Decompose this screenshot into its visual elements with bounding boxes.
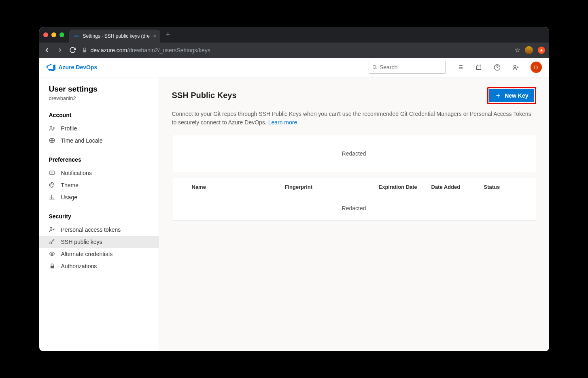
sidebar-item-label: Alternate credentials — [61, 251, 113, 257]
azure-favicon-icon — [73, 33, 80, 39]
sidebar-item-label: Notifications — [61, 170, 92, 176]
azure-header: Azure DevOps D — [39, 58, 549, 77]
azure-devops-icon — [47, 63, 55, 72]
lock-icon — [82, 47, 87, 53]
help-icon[interactable] — [493, 63, 501, 71]
sidebar-username: drewbanin2 — [39, 95, 159, 109]
sidebar-item-pat[interactable]: Personal access tokens — [39, 224, 159, 236]
bookmark-star-icon[interactable]: ☆ — [514, 46, 520, 54]
sidebar-item-label: Authorizations — [61, 263, 97, 269]
browser-tab-strip: Settings · SSH public keys (dre × + — [39, 27, 549, 43]
close-window-button[interactable] — [43, 32, 48, 37]
sidebar-section-security: Security — [39, 210, 159, 224]
main-content: SSH Public Keys New Key Connect to your … — [159, 77, 549, 351]
reload-button[interactable] — [69, 47, 76, 53]
sidebar-item-profile[interactable]: Profile — [39, 122, 159, 135]
svg-point-3 — [50, 126, 52, 128]
keys-table-card: Name Fingerprint Expiration Date Date Ad… — [172, 178, 536, 221]
plus-icon — [495, 92, 501, 99]
globe-icon — [49, 137, 55, 144]
key-icon — [49, 239, 55, 245]
user-avatar[interactable]: D — [531, 62, 542, 73]
svg-point-0 — [373, 65, 376, 68]
sidebar-item-ssh-keys[interactable]: SSH public keys — [39, 236, 159, 248]
sidebar-item-label: Profile — [61, 125, 77, 132]
new-key-label: New Key — [505, 92, 528, 99]
lock-small-icon — [49, 263, 55, 269]
back-button[interactable] — [43, 47, 51, 54]
sidebar-item-time-locale[interactable]: Time and Locale — [39, 135, 159, 147]
col-name: Name — [192, 184, 285, 190]
sidebar: User settings drewbanin2 Account Profile… — [39, 77, 159, 351]
page-body: User settings drewbanin2 Account Profile… — [39, 77, 549, 351]
svg-point-10 — [50, 242, 52, 244]
svg-point-8 — [53, 184, 53, 184]
maximize-window-button[interactable] — [59, 32, 64, 37]
search-input[interactable] — [380, 64, 442, 70]
svg-point-9 — [50, 227, 52, 229]
usage-icon — [49, 194, 55, 201]
col-status: Status — [484, 184, 516, 190]
browser-toolbar: dev.azure.com/drewbanin2/_usersSettings/… — [39, 43, 549, 58]
col-expiration: Expiration Date — [379, 184, 431, 190]
sidebar-item-notifications[interactable]: Notifications — [39, 167, 159, 179]
sidebar-item-label: SSH public keys — [61, 239, 102, 245]
profile-icon — [49, 125, 55, 132]
forward-button[interactable] — [56, 47, 64, 54]
sidebar-item-label: Time and Locale — [61, 137, 103, 144]
marketplace-icon[interactable] — [475, 63, 483, 71]
search-box[interactable] — [369, 61, 446, 74]
address-bar[interactable]: dev.azure.com/drewbanin2/_usersSettings/… — [82, 47, 509, 53]
sidebar-item-theme[interactable]: Theme — [39, 179, 159, 191]
new-tab-button[interactable]: + — [160, 30, 176, 39]
search-icon — [372, 64, 378, 70]
minimize-window-button[interactable] — [51, 32, 56, 37]
theme-icon — [49, 182, 55, 188]
window-controls — [43, 32, 64, 37]
description-text: Connect to your Git repos through SSH Pu… — [172, 111, 531, 126]
user-settings-icon[interactable] — [512, 63, 520, 71]
url-path: /drewbanin2/_usersSettings/keys — [127, 47, 210, 53]
svg-point-2 — [514, 65, 516, 67]
svg-point-7 — [51, 184, 52, 184]
page-description: Connect to your Git repos through SSH Pu… — [172, 110, 536, 127]
notifications-icon — [49, 170, 55, 176]
sidebar-section-account: Account — [39, 109, 159, 122]
table-redacted-row: Redacted — [172, 196, 536, 220]
sidebar-section-preferences: Preferences — [39, 153, 159, 167]
svg-point-6 — [51, 185, 51, 185]
azure-devops-logo[interactable]: Azure DevOps — [47, 63, 98, 72]
sidebar-item-label: Theme — [61, 182, 79, 188]
table-header-row: Name Fingerprint Expiration Date Date Ad… — [172, 178, 536, 196]
sidebar-item-alt-credentials[interactable]: Alternate credentials — [39, 248, 159, 260]
new-key-highlight: New Key — [487, 87, 536, 104]
svg-point-11 — [51, 253, 53, 255]
sidebar-item-usage[interactable]: Usage — [39, 191, 159, 203]
tab-title: Settings · SSH public keys (dre — [83, 33, 150, 39]
profile-avatar-icon[interactable] — [525, 46, 533, 54]
url-host: dev.azure.com — [91, 47, 127, 53]
sidebar-title: User settings — [39, 85, 159, 95]
page-title: SSH Public Keys — [172, 91, 237, 100]
redacted-region: Redacted — [172, 135, 536, 172]
eye-icon — [49, 251, 55, 257]
close-tab-icon[interactable]: × — [153, 33, 156, 39]
person-key-icon — [49, 226, 55, 233]
sidebar-item-label: Usage — [61, 194, 77, 201]
info-card: Redacted — [172, 135, 536, 172]
col-date-added: Date Added — [431, 184, 484, 190]
new-key-button[interactable]: New Key — [489, 89, 534, 102]
product-name: Azure DevOps — [59, 64, 98, 70]
sidebar-item-authorizations[interactable]: Authorizations — [39, 260, 159, 272]
list-icon[interactable] — [456, 63, 464, 71]
learn-more-link[interactable]: Learn more. — [268, 119, 299, 126]
browser-tab[interactable]: Settings · SSH public keys (dre × — [69, 30, 161, 43]
extension-icon[interactable] — [538, 47, 545, 54]
user-initial: D — [534, 64, 538, 70]
browser-window: Settings · SSH public keys (dre × + dev.… — [39, 27, 549, 351]
sidebar-item-label: Personal access tokens — [61, 226, 121, 233]
col-fingerprint: Fingerprint — [285, 184, 379, 190]
